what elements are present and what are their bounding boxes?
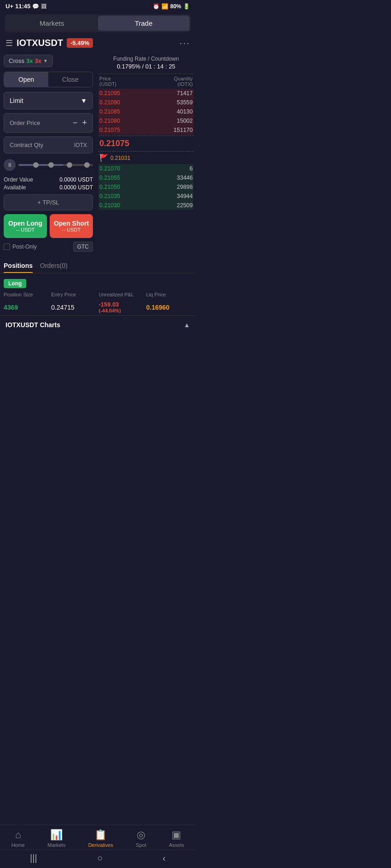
order-type-label: Limit (10, 97, 23, 104)
current-price-row: 0.21075 (98, 136, 194, 152)
sell-order-row: 0.21075 151170 (98, 125, 194, 135)
contract-qty-unit: IOTX (74, 142, 87, 148)
buy-order-row: 0.21030 22509 (98, 201, 194, 210)
time-display: 11:45 (15, 3, 30, 10)
buy-order-row: 0.21055 33446 (98, 173, 194, 182)
available-value: 0.0000 USDT (59, 184, 93, 191)
position-data-row: 4369 0.24715 -159.03 (-44.04%) 0.16960 (0, 299, 196, 315)
carrier-label: U+ (6, 3, 13, 10)
funding-rate-value: 0.1795% / 01 : 14 : 25 (99, 63, 193, 70)
positions-tabs: Positions Orders(0) (0, 259, 196, 273)
more-button[interactable]: ··· (179, 38, 190, 48)
tab-trade[interactable]: Trade (98, 16, 190, 31)
slider-track[interactable] (18, 164, 93, 166)
sell-orders: 0.21095 71417 0.21090 53559 0.21085 4013… (98, 89, 194, 135)
order-type-dropdown[interactable]: Limit ▼ (4, 92, 93, 109)
order-value-label: Order Value (4, 176, 33, 183)
battery-icon: 🔋 (183, 3, 190, 10)
slider-pause-icon: ⏸ (4, 159, 16, 171)
price-increase-button[interactable]: + (82, 118, 87, 128)
orderbook-header: Price (USDT) Quantity (IOTX) (98, 74, 194, 89)
sell-order-row: 0.21090 53559 (98, 98, 194, 107)
sell-order-row: 0.21095 71417 (98, 89, 194, 98)
open-short-button[interactable]: Open Short -- USDT (50, 214, 93, 238)
position-table-header: Position Size Entry Price Unrealized P&L… (0, 290, 196, 299)
symbol-label: IOTXUSDT (17, 38, 63, 48)
charts-label: IOTXUSDT Charts (6, 321, 60, 329)
position-pnl-pct: (-44.04%) (99, 308, 144, 313)
mark-price: 0.21031 (110, 155, 130, 161)
price-change-badge: -5.49% (67, 38, 93, 48)
top-nav: Markets Trade (5, 14, 191, 32)
options-row: Post-Only GTC (4, 242, 93, 252)
close-tab[interactable]: Close (48, 72, 92, 87)
ob-qty-label: Quantity (174, 76, 193, 81)
alarm-icon: ⏰ (153, 3, 160, 10)
position-entry-price: 0.24715 (51, 304, 97, 311)
leverage-row: Cross 3x 3x ▼ (4, 55, 93, 67)
ob-qty-unit: (IOTX) (178, 81, 193, 87)
order-value-row: Order Value 0.0000 USDT (4, 176, 93, 183)
pos-pnl-header: Unrealized P&L (99, 292, 144, 297)
header-row: ☰ IOTXUSDT -5.49% ··· (0, 34, 196, 52)
order-price-input[interactable]: Order Price − + (4, 113, 93, 133)
open-close-row: Open Close (4, 72, 93, 87)
open-long-button[interactable]: Open Long -- USDT (4, 214, 47, 238)
qty-slider[interactable]: ⏸ (4, 157, 93, 173)
mark-price-row: 🚩 0.21031 (98, 153, 194, 164)
status-bar: U+ 11:45 💬 🖼 ⏰ 📶 80% 🔋 (0, 0, 196, 12)
charts-collapse-icon[interactable]: ▲ (184, 321, 190, 329)
contract-qty-label: Contract Qty (10, 142, 43, 148)
left-panel: Cross 3x 3x ▼ Open Close Limit ▼ Order P… (0, 52, 97, 259)
tab-orders[interactable]: Orders(0) (40, 262, 68, 273)
current-price: 0.21075 (99, 139, 129, 148)
order-type-arrow: ▼ (80, 97, 87, 104)
funding-rate-title: Funding Rate / Countdown (99, 56, 193, 62)
menu-icon[interactable]: ☰ (6, 38, 13, 48)
available-label: Available (4, 184, 26, 191)
position-size: 4369 (4, 304, 49, 311)
cross-leverage-selector[interactable]: Cross 3x 3x ▼ (4, 55, 53, 67)
tpsl-button[interactable]: + TP/SL (4, 194, 93, 210)
tab-markets[interactable]: Markets (6, 16, 98, 31)
sell-order-row: 0.21085 40130 (98, 107, 194, 116)
buy-order-row: 0.21050 29898 (98, 182, 194, 192)
cross-label: Cross (9, 57, 24, 64)
ob-price-label: Price (99, 76, 111, 81)
price-decrease-button[interactable]: − (73, 118, 78, 128)
open-short-sub: -- USDT (52, 227, 90, 233)
action-buttons: Open Long -- USDT Open Short -- USDT (4, 214, 93, 238)
tab-positions[interactable]: Positions (4, 262, 33, 273)
talk-icon: 💬 (32, 3, 39, 10)
post-only-checkbox[interactable]: Post-Only (4, 244, 37, 250)
order-price-label: Order Price (10, 119, 40, 126)
buy-order-row: 0.21035 34944 (98, 192, 194, 201)
pos-liq-header: Liq Price (146, 292, 192, 297)
position-liq-price: 0.16960 (146, 304, 192, 311)
position-pnl: -159.03 (99, 301, 144, 308)
pos-entry-header: Entry Price (51, 292, 97, 297)
open-tab[interactable]: Open (4, 72, 48, 87)
buy-orders: 0.21070 6 0.21055 33446 0.21050 29898 0.… (98, 164, 194, 210)
long-badge: Long (0, 277, 196, 290)
post-only-check[interactable] (4, 244, 10, 250)
order-value: 0.0000 USDT (59, 176, 93, 183)
right-panel: Funding Rate / Countdown 0.1795% / 01 : … (97, 52, 196, 259)
post-only-label: Post-Only (12, 244, 37, 250)
ob-price-unit: (USDT) (99, 81, 116, 87)
available-row: Available 0.0000 USDT (4, 184, 93, 191)
flag-icon: 🚩 (99, 153, 109, 162)
leverage2-label: 3x (34, 57, 41, 64)
buy-order-row: 0.21070 6 (98, 164, 194, 173)
leverage1-label: 3x (26, 57, 33, 64)
funding-rate-box: Funding Rate / Countdown 0.1795% / 01 : … (98, 54, 194, 74)
pos-size-header: Position Size (4, 292, 49, 297)
charts-section[interactable]: IOTXUSDT Charts ▲ (0, 315, 196, 334)
wifi-icon: 📶 (161, 3, 168, 10)
battery-label: 80% (170, 3, 181, 10)
open-long-sub: -- USDT (6, 227, 44, 233)
gtc-button[interactable]: GTC (73, 242, 93, 252)
leverage-dropdown-arrow: ▼ (43, 58, 48, 63)
contract-qty-input[interactable]: Contract Qty IOTX (4, 136, 93, 153)
position-pnl-cell: -159.03 (-44.04%) (99, 301, 144, 313)
